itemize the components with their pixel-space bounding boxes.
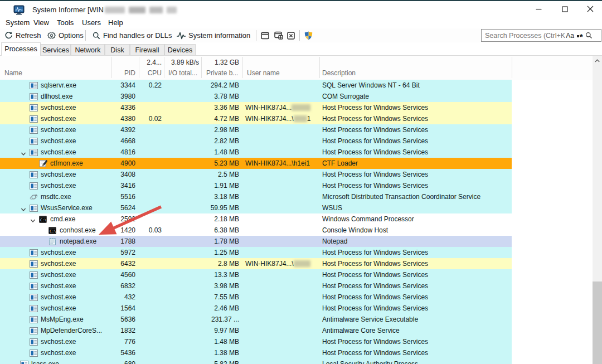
menu-tools[interactable]: Tools — [57, 18, 74, 28]
menu-help[interactable]: Help — [108, 18, 123, 28]
pid-cell: 4336 — [111, 102, 139, 113]
column-header-io[interactable]: I/O total... — [164, 68, 201, 79]
column-header-pid[interactable]: PID — [111, 68, 139, 79]
process-row-svchost-exe-6832[interactable]: svchost.exe68323.98 MBHost Process for W… — [0, 280, 512, 292]
tab-disk[interactable]: Disk — [105, 44, 130, 56]
process-row-svchost-exe-4816[interactable]: svchost.exe48161.48 MBHost Process for W… — [0, 147, 512, 158]
process-row-svchost-exe-3416[interactable]: svchost.exe34161.91 MBHost Process for W… — [0, 180, 512, 191]
process-row-svchost-exe-4336[interactable]: svchost.exe43363.36 MBWIN-HIK87J4...Host… — [0, 102, 512, 113]
private-total: 1.32 GB — [201, 57, 242, 68]
find-handles-button[interactable]: Find handles or DLLs — [93, 28, 172, 42]
process-row-cmd-exe-2592[interactable]: C:\cmd.exe25922.18 MBWindows Command Pro… — [0, 213, 512, 225]
process-row-svchost-exe-4380[interactable]: svchost.exe43800.024.72 MBWIN-HIK87J4...… — [0, 113, 512, 124]
process-row-wsusservice-exe-5624[interactable]: WsusService.exe562459.95 MBWSUS — [0, 202, 512, 213]
io-cell — [164, 80, 201, 91]
description-cell: Windows Command Processor — [319, 213, 512, 225]
column-header-name[interactable]: Name — [0, 68, 111, 79]
user-name-cell — [242, 169, 319, 180]
process-row-svchost-exe-776[interactable]: svchost.exe7761.48 MBHost Process for Wi… — [0, 336, 512, 347]
user-name-cell — [242, 303, 319, 314]
private-bytes-cell: 6.38 MB — [201, 225, 242, 236]
column-header-description[interactable]: Description — [319, 68, 512, 79]
process-row-lsass-exe-680[interactable]: lsass.exe6805.82 MBLocal Security Author… — [0, 358, 512, 364]
app-window-icon — [30, 249, 38, 256]
process-row-svchost-exe-6432[interactable]: svchost.exe64322.8 MBWIN-HIK87J4...\Host… — [0, 258, 512, 269]
chevron-down-icon[interactable] — [21, 149, 27, 156]
user-name-cell — [242, 336, 319, 347]
pid-cell: 1832 — [111, 325, 139, 336]
column-header-cpu[interactable]: CPU — [139, 68, 164, 79]
uac-button[interactable] — [304, 28, 313, 42]
process-name: svchost.exe — [41, 336, 76, 347]
close-button[interactable] — [584, 1, 596, 18]
user-name-cell: WIN-HIK87J4... — [242, 102, 319, 113]
process-name: svchost.exe — [41, 147, 76, 158]
window-new-tool-button[interactable] — [274, 28, 283, 42]
pid-cell: 432 — [111, 292, 139, 303]
window-close-tool-button[interactable] — [287, 28, 295, 42]
process-row-svchost-exe-5972[interactable]: svchost.exe59721.25 MBHost Process for W… — [0, 247, 512, 258]
process-row-svchost-exe-3408[interactable]: svchost.exe34082.5 MBHost Process for Wi… — [0, 169, 512, 180]
process-row-mpdefendercores--1832[interactable]: MpDefenderCoreS...18329.97 MBAntimalware… — [0, 325, 512, 336]
chevron-down-icon[interactable] — [30, 216, 37, 222]
column-header-user[interactable]: User name — [242, 68, 319, 79]
search-processes-input[interactable]: Search Processes (Ctrl+K Aa * — [481, 29, 601, 42]
process-row-svchost-exe-4392[interactable]: svchost.exe43922.98 MBHost Process for W… — [0, 124, 512, 135]
user-name-cell — [242, 80, 319, 91]
regex-toggle[interactable]: * — [577, 31, 583, 40]
tab-processes[interactable]: Processes — [1, 42, 41, 56]
options-button[interactable]: Options — [47, 28, 84, 42]
process-row-svchost-exe-1564[interactable]: svchost.exe15642.46 MBHost Process for W… — [0, 303, 512, 314]
io-cell — [164, 336, 201, 347]
process-name: svchost.exe — [41, 292, 76, 303]
process-row-conhost-exe-1420[interactable]: C:\conhost.exe14200.036.38 MBConsole Win… — [0, 225, 512, 236]
process-row-svchost-exe-4560[interactable]: svchost.exe456013.3 MBHost Process for W… — [0, 269, 512, 280]
system-informer-window: System Informer [WIN SystemViewToolsUser… — [0, 0, 602, 364]
menu-users[interactable]: Users — [82, 18, 101, 28]
cpu-cell — [139, 158, 164, 169]
process-row-svchost-exe-432[interactable]: svchost.exe4327.55 MBHost Process for Wi… — [0, 292, 512, 303]
process-row-msmpeng-exe-5636[interactable]: MsMpEng.exe5636231.37 ...Antimalware Ser… — [0, 314, 512, 325]
vertical-scrollbar[interactable] — [593, 56, 602, 364]
process-row-ctfmon-exe-4900[interactable]: ctfmon.exe49005.23 MBWIN-HIK87J4...\h1ei… — [0, 158, 512, 169]
user-name-cell — [242, 213, 319, 225]
column-header-private[interactable]: Private b... — [201, 68, 242, 79]
tab-devices[interactable]: Devices — [164, 44, 196, 56]
private-bytes-cell: 1.48 MB — [201, 147, 242, 158]
process-row-svchost-exe-5436[interactable]: svchost.exe54361.38 MBHost Process for W… — [0, 347, 512, 358]
process-row-dllhost-exe-3980[interactable]: dllhost.exe39803.78 MBCOM Surrogate — [0, 91, 512, 102]
minimize-button[interactable] — [532, 1, 545, 18]
refresh-button[interactable]: Refresh — [4, 28, 41, 42]
scrollbar-thumb[interactable] — [593, 282, 602, 364]
scroll-up-button[interactable] — [593, 56, 602, 65]
process-row-notepad-exe-1788[interactable]: notepad.exe17881.78 MBNotepad — [0, 236, 512, 247]
private-bytes-cell: 1.38 MB — [201, 347, 242, 358]
pid-cell: 3344 — [111, 80, 139, 91]
menu-system[interactable]: System — [6, 18, 30, 28]
cpu-cell: 0.22 — [139, 80, 164, 91]
maximize-button[interactable] — [559, 1, 571, 18]
user-name-cell — [242, 202, 319, 213]
system-information-button[interactable]: System information — [177, 28, 250, 42]
app-window-icon — [30, 115, 38, 122]
process-row-sqlservr-exe-3344[interactable]: sqlservr.exe33440.22294.2 MBSQL Server W… — [0, 80, 512, 91]
cpu-cell — [139, 236, 164, 247]
app-window-icon — [30, 104, 38, 111]
private-bytes-cell: 1.91 MB — [201, 180, 242, 191]
menu-view[interactable]: View — [33, 18, 49, 28]
match-case-toggle[interactable]: Aa — [566, 32, 574, 40]
pid-cell: 3408 — [111, 169, 139, 180]
tab-network[interactable]: Network — [71, 44, 105, 56]
app-window-icon — [30, 316, 38, 323]
tab-firewall[interactable]: Firewall — [130, 44, 164, 56]
process-name: svchost.exe — [41, 280, 76, 292]
process-name: svchost.exe — [41, 169, 76, 180]
process-row-msdtc-exe-5516[interactable]: msdtc.exe55163.18 MBMicrosoft Distribute… — [0, 191, 512, 202]
tab-services[interactable]: Services — [41, 44, 71, 56]
cpu-cell — [139, 191, 164, 202]
cpu-cell — [139, 202, 164, 213]
chevron-down-icon[interactable] — [21, 205, 27, 211]
process-row-svchost-exe-4668[interactable]: svchost.exe46682.82 MBHost Process for W… — [0, 135, 512, 147]
find-handles-label: Find handles or DLLs — [103, 31, 172, 40]
window-tool-button[interactable] — [261, 28, 269, 42]
